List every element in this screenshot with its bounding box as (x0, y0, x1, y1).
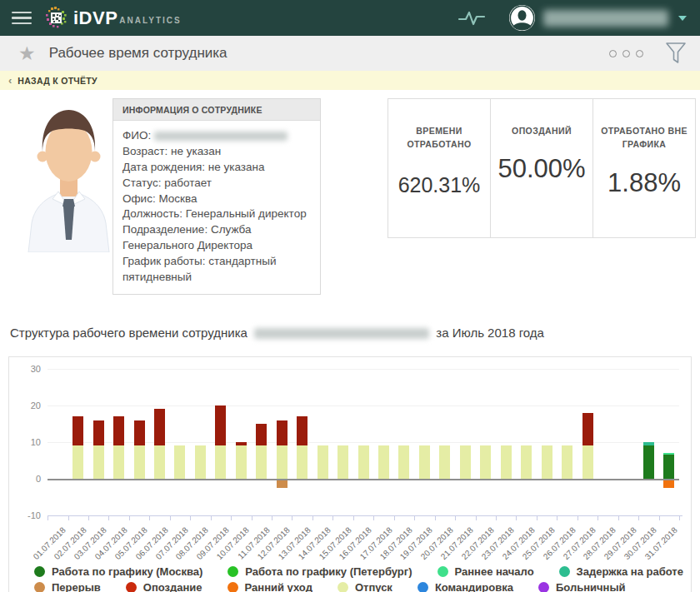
bar-segment-vacation[interactable] (215, 445, 226, 479)
bar-segment-vacation[interactable] (195, 445, 206, 479)
bar-segment-vacation[interactable] (439, 445, 450, 479)
y-axis-tick-label: 30 (14, 364, 41, 374)
bar-segment-offplan_work[interactable] (297, 416, 308, 445)
menu-icon[interactable] (12, 12, 32, 25)
chart-title-prefix: Структура рабочего времени сотрудника (10, 326, 248, 340)
employee-info-card: ИНФОРМАЦИЯ О СОТРУДНИКЕ ФИО: Возраст: не… (112, 98, 321, 295)
bar-segment-schedule_msk[interactable] (643, 445, 654, 479)
bar-segment-vacation[interactable] (562, 445, 572, 479)
bar-segment-vacation[interactable] (398, 445, 409, 479)
bar-segment-early_start[interactable] (663, 453, 674, 455)
legend-item-late[interactable]: Опоздание (126, 581, 202, 592)
legend-label: Раннее начало (455, 565, 534, 578)
favorite-star-icon[interactable]: ★ (18, 44, 36, 63)
x-axis-tick (679, 516, 680, 520)
bar-segment-vacation[interactable] (338, 445, 348, 479)
employee-field: График работы: стандартный пятидневный (122, 254, 311, 286)
bar-segment-vacation[interactable] (542, 445, 552, 479)
more-options-icon[interactable] (609, 50, 643, 57)
kpi-value: 1.88% (593, 168, 695, 198)
legend-item-trip[interactable]: Командировка (418, 581, 513, 592)
bar-segment-vacation[interactable] (582, 445, 593, 479)
legend-item-early_start[interactable]: Раннее начало (438, 565, 534, 578)
legend-item-late_stay[interactable]: Задержка на работе (559, 565, 683, 578)
bar-segment-offplan_work[interactable] (582, 413, 593, 446)
legend-label: Задержка на работе (577, 565, 683, 578)
employee-field: ФИО: (122, 128, 311, 144)
page-title: Рабочее время сотрудника (49, 45, 228, 62)
bar-segment-offplan_work[interactable] (236, 442, 247, 445)
bar-segment-vacation[interactable] (501, 445, 512, 479)
legend-dot (228, 582, 238, 592)
chart-section-title: Структура рабочего времени сотрудника за… (10, 326, 700, 340)
bar-segment-vacation[interactable] (378, 445, 389, 479)
bar-segment-vacation[interactable] (460, 445, 471, 479)
bar-segment-vacation[interactable] (297, 445, 308, 479)
bar-segment-offplan_work[interactable] (256, 424, 267, 445)
bar-segment-offplan_work[interactable] (215, 405, 226, 445)
profile-row: ИНФОРМАЦИЯ О СОТРУДНИКЕ ФИО: Возраст: не… (0, 90, 700, 295)
legend-item-break[interactable]: Перерыв (34, 581, 101, 592)
legend-label: Командировка (435, 581, 513, 592)
bar-segment-vacation[interactable] (72, 445, 83, 479)
y-axis-tick-label: 0 (14, 474, 41, 484)
employee-name-redacted (154, 132, 288, 141)
gridline (48, 369, 679, 370)
kpi-value: 620.31% (388, 173, 490, 197)
legend-item-schedule_msk[interactable]: Работа по графику (Москва) (34, 565, 202, 578)
bar-segment-offplan_work[interactable] (154, 409, 165, 445)
bar-segment-offplan_work[interactable] (277, 420, 288, 446)
chevron-down-icon[interactable] (678, 16, 687, 21)
legend-dot (228, 566, 238, 577)
title-toolbar: ★ Рабочее время сотрудника (0, 36, 700, 71)
bar-segment-break[interactable] (277, 480, 288, 488)
bar-segment-vacation[interactable] (318, 445, 328, 479)
legend-dot (126, 582, 137, 592)
bar-segment-schedule_msk[interactable] (663, 455, 674, 479)
bar-segment-vacation[interactable] (113, 445, 124, 479)
user-name-redacted (543, 10, 668, 27)
gridline (48, 479, 679, 480)
employee-photo (25, 98, 112, 252)
legend-dot (338, 582, 348, 592)
legend-item-early_leave[interactable]: Ранний уход (228, 581, 312, 592)
chart-plot[interactable]: 3020100-10 (48, 369, 679, 515)
kpi-value: 50.00% (491, 154, 592, 184)
activity-pulse-icon[interactable] (458, 9, 486, 27)
y-axis-tick-label: 10 (14, 437, 41, 447)
user-avatar[interactable] (509, 5, 535, 31)
bar-segment-vacation[interactable] (154, 445, 165, 479)
bar-segment-late_stay[interactable] (643, 442, 654, 445)
bar-segment-vacation[interactable] (521, 445, 532, 479)
bar-segment-offplan_work[interactable] (113, 416, 124, 445)
employee-field: Подразделение: Служба Генерального Дирек… (122, 222, 311, 254)
bar-segment-vacation[interactable] (134, 445, 145, 479)
bar-segment-vacation[interactable] (358, 445, 369, 479)
bar-segment-offplan_work[interactable] (134, 420, 145, 446)
legend-item-vacation[interactable]: Отпуск (338, 581, 392, 592)
legend-item-schedule_spb[interactable]: Работа по графику (Петербург) (228, 565, 412, 578)
legend-dot (34, 582, 45, 592)
bar-segment-early_leave[interactable] (663, 480, 674, 488)
bar-segment-offplan_work[interactable] (93, 420, 104, 446)
bar-segment-vacation[interactable] (236, 445, 247, 479)
bar-segment-vacation[interactable] (93, 445, 104, 479)
filter-icon[interactable] (665, 42, 687, 65)
bar-segment-offplan_work[interactable] (72, 416, 83, 445)
bar-segment-vacation[interactable] (480, 445, 491, 479)
app-header: iDVP ANALYTICS (0, 0, 700, 36)
bar-segment-vacation[interactable] (174, 445, 185, 479)
legend-dot (418, 582, 428, 592)
legend-dot (559, 566, 570, 577)
bar-segment-vacation[interactable] (419, 445, 430, 479)
kpi-label: ОПОЗДАНИЙ (498, 124, 586, 137)
employee-field: Офис: Москва (122, 192, 311, 207)
bar-segment-vacation[interactable] (277, 445, 288, 479)
legend-dot (538, 582, 549, 592)
legend-dot (438, 566, 448, 577)
back-to-report-link[interactable]: ‹ НАЗАД К ОТЧЁТУ (0, 71, 700, 90)
back-label: НАЗАД К ОТЧЁТУ (18, 76, 98, 86)
bar-segment-vacation[interactable] (256, 445, 267, 479)
kpi-label: ВРЕМЕНИ ОТРАБОТАНО (396, 124, 483, 152)
legend-item-sick[interactable]: Больничный (538, 581, 626, 592)
